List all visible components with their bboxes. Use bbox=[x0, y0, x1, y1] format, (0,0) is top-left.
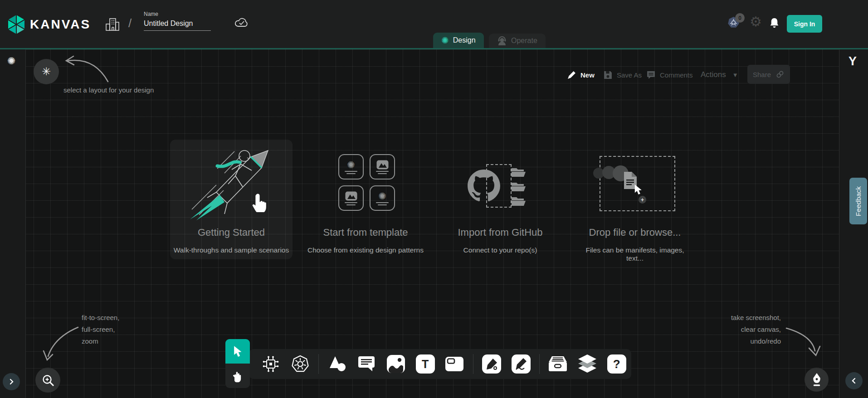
getting-started-card[interactable]: Getting Started Walk-throughs and sample… bbox=[170, 140, 293, 259]
name-field-label: Name bbox=[144, 11, 211, 17]
design-tab-label: Design bbox=[453, 36, 476, 44]
start-from-template-subtitle: Choose from existing design patterns bbox=[305, 246, 426, 254]
notifications-bell-icon[interactable] bbox=[769, 17, 780, 29]
pointer-tool-group bbox=[225, 339, 250, 388]
text-T-glyph: T bbox=[416, 354, 435, 374]
pencil-glyph bbox=[512, 354, 531, 374]
toolbar-divider bbox=[318, 354, 319, 374]
getting-started-title: Getting Started bbox=[170, 227, 293, 238]
select-tool-button[interactable] bbox=[225, 339, 250, 364]
dropzone-dashed-frame bbox=[600, 156, 675, 211]
note-tool-button[interactable] bbox=[444, 350, 465, 378]
kubernetes-tool-button[interactable] bbox=[290, 350, 311, 378]
layout-hint-text: select a layout for your design bbox=[63, 84, 154, 96]
feedback-tab[interactable]: Feedback bbox=[849, 178, 867, 224]
folder-icon bbox=[511, 181, 527, 192]
question-mark-glyph: ? bbox=[607, 354, 626, 374]
chevron-down-icon: ▼ bbox=[732, 72, 738, 78]
kubernetes-count-badge: 0 bbox=[735, 13, 745, 23]
settings-gear-icon[interactable]: ⚙ bbox=[750, 14, 762, 29]
image-icon bbox=[376, 160, 389, 170]
plus-badge-icon: + bbox=[639, 196, 646, 204]
zoom-hint-text: fit-to-screen, full-screen, zoom bbox=[82, 312, 119, 347]
shapes-tool-button[interactable] bbox=[327, 350, 347, 378]
template-tile-image bbox=[338, 185, 364, 211]
template-tile-design: ✺ bbox=[370, 185, 395, 211]
pencil-new-icon bbox=[567, 70, 576, 80]
import-from-github-title: Import from GitHub bbox=[442, 227, 558, 238]
drop-file-subtitle: Files can be manifests, images, text... bbox=[578, 246, 692, 262]
operate-tab-label: Operate bbox=[511, 37, 537, 45]
design-name-input[interactable]: Untitled Design bbox=[144, 19, 211, 31]
save-as-button[interactable]: Save As bbox=[603, 68, 642, 82]
layout-selector-button[interactable]: ✳ bbox=[34, 59, 59, 84]
start-from-template-card[interactable]: ✺ ✺ Start from template Choose from exis… bbox=[305, 140, 426, 259]
drop-file-title: Drop file or browse... bbox=[578, 227, 692, 238]
design-name-field[interactable]: Name Untitled Design bbox=[144, 11, 211, 31]
repo-folders bbox=[511, 167, 527, 206]
feedback-label: Feedback bbox=[854, 186, 862, 216]
pencil-tool-button[interactable] bbox=[511, 350, 531, 378]
import-from-github-card[interactable]: Import from GitHub Connect to your repo(… bbox=[442, 140, 558, 259]
cloud-saved-icon bbox=[234, 16, 250, 29]
pen-tool-button[interactable] bbox=[482, 350, 502, 378]
spiral-icon: ✺ bbox=[347, 160, 355, 170]
folder-icon bbox=[511, 167, 527, 177]
kanvas-logo-icon bbox=[5, 14, 27, 35]
meshery-spiral-icon[interactable]: ✺ bbox=[7, 56, 15, 66]
toolbar-divider bbox=[539, 354, 540, 374]
spiral-icon: ✺ bbox=[378, 191, 386, 201]
layout-hint-arrow bbox=[58, 51, 112, 86]
y-dock-icon: Y bbox=[848, 54, 857, 68]
help-tool-button[interactable]: ? bbox=[606, 350, 627, 378]
share-link-icon bbox=[775, 70, 785, 79]
design-tab-icon: ✺ bbox=[441, 36, 449, 45]
sign-in-button[interactable]: Sign In bbox=[787, 15, 822, 33]
collapse-right-panel-button[interactable] bbox=[845, 372, 863, 389]
drawer-tool-button[interactable] bbox=[548, 350, 568, 378]
text-tool-button[interactable]: T bbox=[415, 350, 435, 378]
component-tool-button[interactable] bbox=[261, 350, 281, 378]
bottom-toolbar: T bbox=[249, 349, 631, 379]
start-from-template-title: Start from template bbox=[305, 227, 426, 238]
template-tiles: ✺ ✺ bbox=[338, 154, 395, 211]
expand-left-panel-button[interactable] bbox=[3, 373, 20, 390]
left-dock bbox=[0, 49, 26, 398]
new-design-button[interactable]: New bbox=[567, 68, 595, 82]
comment-icon bbox=[646, 70, 656, 80]
import-from-github-subtitle: Connect to your repo(s) bbox=[442, 246, 558, 254]
screenshot-hint-text: take screenshot, clear canvas, undo/redo bbox=[722, 312, 781, 347]
cursor-arrow-icon bbox=[634, 184, 643, 195]
tab-design[interactable]: ✺ Design bbox=[433, 33, 484, 48]
folder-icon bbox=[511, 196, 527, 206]
getting-started-subtitle: Walk-throughs and sample scenarios bbox=[170, 246, 293, 254]
pen-nib-icon bbox=[811, 373, 823, 387]
comment-tool-button[interactable] bbox=[356, 350, 377, 378]
image-icon bbox=[345, 191, 357, 201]
organization-icon[interactable] bbox=[104, 16, 121, 33]
image-tool-button[interactable] bbox=[386, 350, 406, 378]
canvas-actions-button[interactable] bbox=[805, 368, 829, 392]
zoom-controls-button[interactable] bbox=[35, 368, 60, 393]
pen-glyph bbox=[482, 354, 501, 374]
hand-pan-icon bbox=[231, 369, 244, 383]
pan-tool-button[interactable] bbox=[225, 364, 250, 388]
zoom-hint-arrow bbox=[42, 323, 83, 366]
comments-button[interactable]: Comments bbox=[646, 68, 693, 82]
app-header: KANVAS / Name Untitled Design ✺ Design bbox=[0, 0, 868, 48]
magnifier-plus-icon bbox=[41, 374, 55, 387]
tab-operate[interactable]: Operate bbox=[489, 34, 546, 48]
brand-wordmark: KANVAS bbox=[30, 17, 91, 32]
snowflake-layout-icon: ✳ bbox=[42, 65, 51, 78]
operate-tab-icon bbox=[497, 36, 507, 46]
share-button[interactable]: Share bbox=[747, 65, 790, 84]
template-tile-image bbox=[370, 154, 395, 180]
actions-dropdown[interactable]: Actions ▼ bbox=[701, 68, 738, 82]
layers-tool-button[interactable] bbox=[577, 350, 598, 378]
kubernetes-context-button[interactable]: 0 bbox=[727, 16, 740, 29]
cursor-arrow-icon bbox=[232, 345, 243, 357]
github-icon bbox=[468, 170, 500, 201]
breadcrumb-separator: / bbox=[128, 16, 132, 30]
drop-file-card[interactable]: + Drop file or browse... Files can be ma… bbox=[578, 140, 692, 259]
floppy-save-icon bbox=[603, 70, 613, 80]
